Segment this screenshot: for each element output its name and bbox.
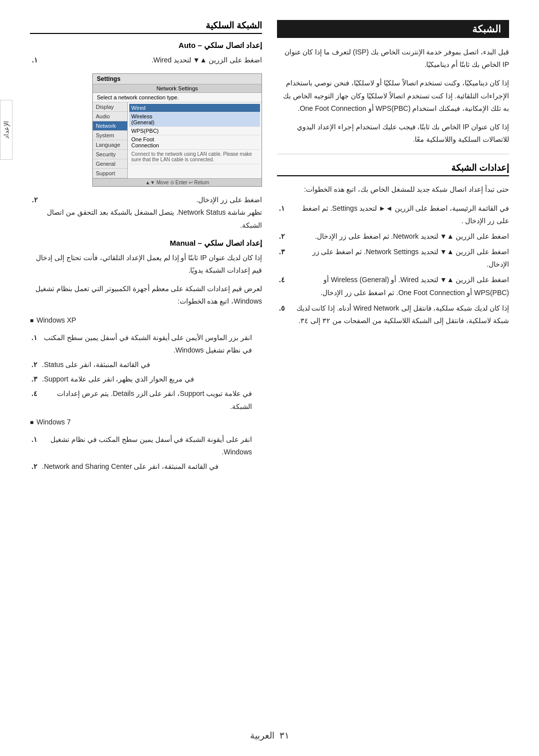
- menu-system[interactable]: System: [93, 131, 127, 140]
- network-steps-list: ١. في القائمة الرئيسية، اضغط على الزرين …: [277, 202, 509, 328]
- option-wireless[interactable]: Wireless(General): [129, 112, 260, 127]
- manual-title: إعداد اتصال سلكي – Manual: [30, 239, 262, 248]
- menu-security[interactable]: Security: [93, 150, 127, 159]
- windows-xp-header: ■ Windows XP: [30, 314, 262, 327]
- auto-title: إعداد اتصال سلكي – Auto: [30, 41, 262, 50]
- settings-menu: Display Audio Network System Language Se…: [93, 102, 128, 178]
- windows-7-item: ■ Windows 7: [30, 416, 262, 428]
- right-column: الشبكة قبل البدء، اتصل بموفر خدمة الإنتر…: [277, 20, 509, 476]
- step-1: ١. في القائمة الرئيسية، اضغط على الزرين …: [277, 202, 509, 227]
- right-section-title: الشبكة: [277, 20, 509, 38]
- option-onefoot[interactable]: One FootConnection: [129, 135, 260, 150]
- windows-xp-item: ■ Windows XP: [30, 314, 262, 327]
- settings-options: Wired Wireless(General) WPS(PBC) One Foo…: [128, 102, 262, 178]
- windows-7-header: ■ Windows 7: [30, 416, 262, 428]
- xp-step-1: ١. انقر بزر الماوس الأيمن على أيقونة الش…: [30, 332, 252, 357]
- menu-language[interactable]: Language: [93, 140, 127, 150]
- manual-intro: إذا كان لديك عنوان IP ثابتًا أو إذا لم ي…: [30, 252, 262, 277]
- step-2: ٢. اضغط على الزرين ▲▼ لتحديد Network. ثم…: [277, 230, 509, 243]
- side-tab-setup: الإعداد: [0, 100, 12, 160]
- windows-xp-steps: ١. انقر بزر الماوس الأيمن على أيقونة الش…: [30, 332, 262, 413]
- settings-desc: Connect to the network using LAN cable. …: [129, 150, 260, 164]
- intro-paragraph-1: قبل البدء، اتصل بموفر خدمة الإنترنت الخا…: [277, 46, 509, 71]
- option-wps[interactable]: WPS(PBC): [129, 127, 260, 135]
- settings-network-title: Network Settings: [93, 84, 262, 93]
- w7-step-1: ١. انقر على أيقونة الشبكة في أسفل يمين س…: [30, 433, 252, 458]
- menu-display[interactable]: Display: [93, 102, 127, 112]
- settings-bottom-bar: ▲▼ Move ⊙ Enter ↩ Return: [93, 178, 262, 186]
- w7-step-2: ٢. في القائمة المنبثقة، انقر على Network…: [30, 460, 252, 473]
- menu-audio[interactable]: Audio: [93, 112, 127, 121]
- settings-body: Display Audio Network System Language Se…: [93, 102, 262, 178]
- section-divider: [277, 154, 509, 154]
- intro-paragraph-3: إذا كان عنوان IP الخاص بك ثابتًا، فيجب ع…: [277, 121, 509, 146]
- settings-mockup: Settings Network Settings Select a netwo…: [92, 73, 262, 187]
- menu-network[interactable]: Network: [93, 121, 127, 131]
- step-4: ٤. اضغط على الزرين ▲▼ لتحديد Wired. أو W…: [277, 274, 509, 299]
- auto-step-1: ١. اضغط على الزرين ▲▼ لتحديد Wired.: [30, 54, 262, 66]
- step-5: ٥. إذا كان لديك شبكة سلكية، فانتقل إلى W…: [277, 302, 509, 327]
- xp-step-3: ٣. في مربع الحوار الذي يظهر، انقر على عل…: [30, 373, 252, 385]
- page-footer: ٣١ العربية: [0, 730, 539, 741]
- intro-paragraph-2: إذا كان ديناميكيًا، وكنت تستخدم اتصالاً …: [277, 77, 509, 115]
- page-number: ٣١: [279, 730, 289, 741]
- manual-para2: لعرض قيم إعدادات الشبكة على معظم أجهزة ا…: [30, 283, 262, 308]
- page-label: العربية: [250, 730, 274, 741]
- step-3: ٣. اضغط على الزرين ▲▼ لتحديد Network Set…: [277, 246, 509, 271]
- network-settings-intro: حتى تبدأ إعداد اتصال شبكة جديد للمشغل ال…: [277, 183, 509, 196]
- settings-select-text: Select a network connection type.: [93, 93, 262, 102]
- auto-step2-list: ٢. اضغط على زر الإدخال. تظهر شاشة Networ…: [30, 194, 262, 232]
- menu-general[interactable]: General: [93, 159, 127, 169]
- left-column: الشبكة السلكية إعداد اتصال سلكي – Auto ١…: [30, 20, 262, 476]
- left-section-title: الشبكة السلكية: [30, 20, 262, 34]
- xp-step-2: ٢. في القائمة المنبثقة، انقر على Status.: [30, 359, 252, 371]
- option-wired[interactable]: Wired: [129, 104, 260, 112]
- auto-steps-list: ١. اضغط على الزرين ▲▼ لتحديد Wired.: [30, 54, 262, 66]
- settings-title-bar: Settings: [93, 74, 262, 84]
- auto-step-2: ٢. اضغط على زر الإدخال. تظهر شاشة Networ…: [30, 194, 262, 232]
- xp-step-4: ٤. في علامة تبويب Support، انقر على الزر…: [30, 387, 252, 412]
- windows-7-steps: ١. انقر على أيقونة الشبكة في أسفل يمين س…: [30, 433, 262, 473]
- menu-support[interactable]: Support: [93, 169, 127, 178]
- network-settings-title: إعدادات الشبكة: [277, 162, 509, 176]
